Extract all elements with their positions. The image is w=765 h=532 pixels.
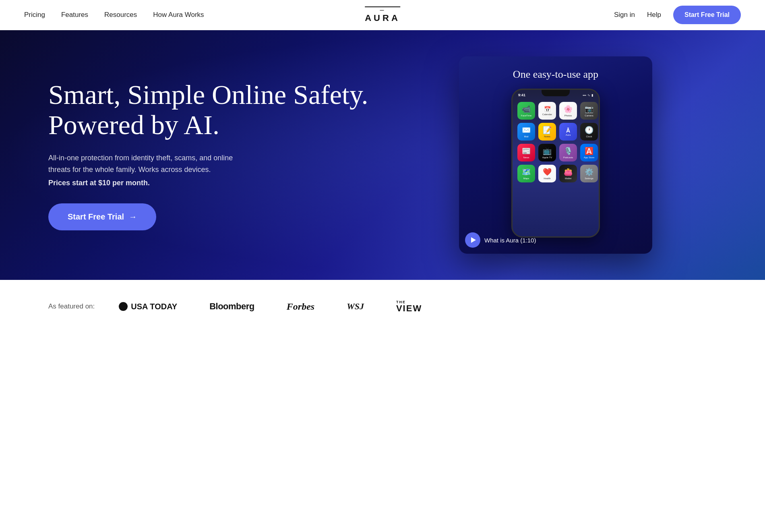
nav-link-how-aura-works[interactable]: How Aura Works xyxy=(153,11,204,19)
navbar: Pricing Features Resources How Aura Work… xyxy=(0,0,765,30)
app-health: ❤️ Health xyxy=(538,165,556,182)
nav-link-pricing[interactable]: Pricing xyxy=(24,11,45,19)
logo-overline: ― xyxy=(365,6,400,12)
video-label: What is Aura (1:10) xyxy=(484,237,536,244)
app-mail: ✉️ Mail xyxy=(517,123,535,141)
app-wallet: 👛 Wallet xyxy=(559,165,577,182)
wsj-text: WSJ xyxy=(347,301,364,311)
phone-card: One easy-to-use app 9:41 ▪▪▪ ∿ ▮ 📹 xyxy=(459,56,652,254)
site-logo[interactable]: ― AURA xyxy=(365,6,400,23)
featured-label: As featured on: xyxy=(48,302,95,311)
app-camera: 📷 Camera xyxy=(580,102,598,120)
featured-logos: USA TODAY Bloomberg Forbes WSJ THE VIEW xyxy=(119,300,717,313)
hero-subtext: All-in-one protection from identity thef… xyxy=(48,152,242,176)
logo-bloomberg: Bloomberg xyxy=(209,301,254,312)
nav-sign-in[interactable]: Sign in xyxy=(614,11,635,19)
phone-card-title: One easy-to-use app xyxy=(513,68,598,81)
nav-link-resources[interactable]: Resources xyxy=(104,11,137,19)
bloomberg-text: Bloomberg xyxy=(209,301,254,311)
app-appletv: 📺 Apple TV xyxy=(538,144,556,161)
phone-mockup: 9:41 ▪▪▪ ∿ ▮ 📹 FaceTime 📅 Calen xyxy=(511,89,600,238)
usa-today-circle xyxy=(119,302,128,311)
hero-price-text: Prices start at $10 per month. xyxy=(48,179,370,187)
app-podcasts: 🎙️ Podcasts xyxy=(559,144,577,161)
forbes-text: Forbes xyxy=(287,301,314,312)
phone-notch xyxy=(542,90,570,96)
play-icon xyxy=(471,237,476,243)
phone-time: 9:41 xyxy=(518,93,525,97)
hero-cta-label: Start Free Trial xyxy=(68,212,124,221)
nav-links-left: Pricing Features Resources How Aura Work… xyxy=(24,11,204,19)
nav-help[interactable]: Help xyxy=(647,11,661,19)
app-news: 📰 News xyxy=(517,144,535,161)
app-facetime: 📹 FaceTime xyxy=(517,102,535,120)
app-calendar: 📅 Calendar xyxy=(538,102,556,120)
hero-right-content: One easy-to-use app 9:41 ▪▪▪ ∿ ▮ 📹 xyxy=(395,56,717,254)
phone-status-icons: ▪▪▪ ∿ ▮ xyxy=(583,93,593,97)
app-maps: 🗺️ Maps xyxy=(517,165,535,182)
hero-headline: Smart, Simple Online Safety. Powered by … xyxy=(48,80,370,140)
hero-section: Smart, Simple Online Safety. Powered by … xyxy=(0,30,765,280)
play-button[interactable] xyxy=(465,232,480,248)
nav-links-right: Sign in Help Start Free Trial xyxy=(614,6,741,24)
video-bar: What is Aura (1:10) xyxy=(465,232,646,248)
nav-cta-button[interactable]: Start Free Trial xyxy=(673,6,741,24)
wifi-icon: ∿ xyxy=(587,93,590,97)
featured-section: As featured on: USA TODAY Bloomberg Forb… xyxy=(0,280,765,333)
logo-usa-today: USA TODAY xyxy=(119,302,177,311)
app-photos: 🌸 Photos xyxy=(559,102,577,120)
battery-icon: ▮ xyxy=(591,93,593,97)
logo-forbes: Forbes xyxy=(287,301,314,312)
app-appstore: 🅰️ App Store xyxy=(580,144,598,161)
logo-the-view: THE VIEW xyxy=(396,300,422,313)
hero-cta-button[interactable]: Start Free Trial → xyxy=(48,203,156,230)
hero-left-content: Smart, Simple Online Safety. Powered by … xyxy=(48,80,395,230)
the-view-view: VIEW xyxy=(396,304,422,313)
app-settings: ⚙️ Settings xyxy=(580,165,598,182)
arrow-right-icon: → xyxy=(129,212,137,221)
logo-wsj: WSJ xyxy=(347,301,364,312)
app-aura: Ā Aura xyxy=(559,123,577,141)
signal-icon: ▪▪▪ xyxy=(583,93,586,97)
usa-today-text: USA TODAY xyxy=(131,302,177,311)
app-clock: 🕐 Clock xyxy=(580,123,598,141)
phone-app-grid: 📹 FaceTime 📅 Calendar 🌸 Photos 📷 Camera xyxy=(513,99,599,186)
app-notes: 📝 Notes xyxy=(538,123,556,141)
logo-text: AURA xyxy=(365,13,400,23)
nav-link-features[interactable]: Features xyxy=(61,11,88,19)
